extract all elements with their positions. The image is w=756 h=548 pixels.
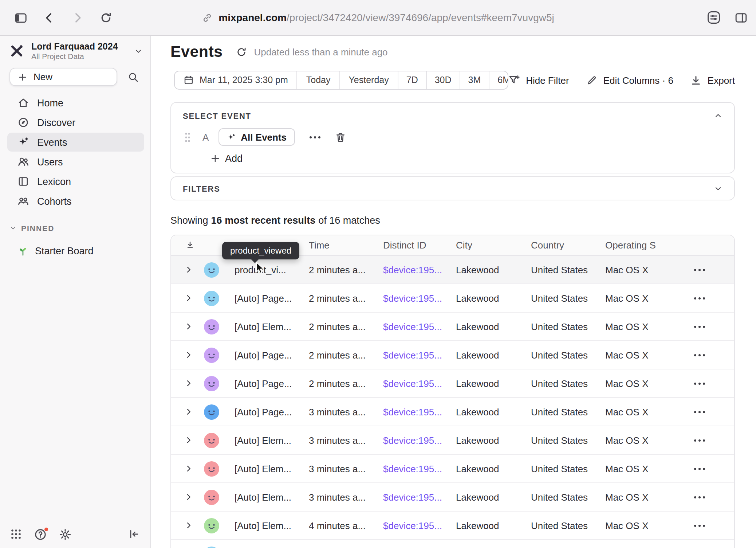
event-name[interactable]: [Auto] Page...	[235, 293, 309, 304]
table-row[interactable]: [Auto] Page... 2 minutes a... $device:19…	[171, 284, 734, 313]
forward-icon[interactable]	[71, 11, 84, 24]
apps-grid-icon[interactable]	[10, 528, 22, 540]
table-row[interactable]: [Auto] Elem... 2 minutes a... $device:19…	[171, 313, 734, 341]
table-row[interactable]: [Auto] Page... 3 minutes a... $device:19…	[171, 398, 734, 426]
distinct-id-link[interactable]: $device:195...	[383, 349, 456, 360]
range-30d[interactable]: 30D	[427, 71, 460, 89]
table-row[interactable]	[171, 540, 734, 548]
row-menu-button[interactable]	[693, 351, 706, 359]
table-row[interactable]: [Auto] Elem... 3 minutes a... $device:19…	[171, 483, 734, 512]
split-view-icon[interactable]	[734, 11, 747, 24]
download-icon	[691, 75, 702, 86]
search-button[interactable]	[124, 68, 143, 86]
browser-sidebar-toggle-icon[interactable]	[14, 11, 27, 24]
row-menu-button[interactable]	[693, 521, 706, 529]
chevron-down-icon[interactable]	[714, 184, 722, 193]
distinct-id-link[interactable]: $device:195...	[383, 264, 456, 275]
back-icon[interactable]	[42, 11, 55, 24]
expand-row-chevron-icon[interactable]	[184, 351, 196, 359]
row-menu-button[interactable]	[693, 294, 706, 302]
event-options-button[interactable]	[308, 133, 322, 141]
row-menu-button[interactable]	[693, 379, 706, 387]
row-menu-button[interactable]	[693, 408, 706, 416]
expand-row-chevron-icon[interactable]	[184, 294, 196, 302]
sidebar-item-lexicon[interactable]: Lexicon	[7, 172, 144, 191]
distinct-id-link[interactable]: $device:195...	[383, 321, 456, 332]
expand-row-chevron-icon[interactable]	[184, 493, 196, 501]
expand-row-chevron-icon[interactable]	[184, 265, 196, 274]
event-name[interactable]: [Auto] Elem...	[235, 321, 309, 332]
event-name[interactable]: [Auto] Elem...	[235, 435, 309, 446]
range-today[interactable]: Today	[298, 71, 340, 89]
event-country: United States	[531, 520, 605, 531]
event-selector-pill[interactable]: All Events	[218, 128, 295, 146]
row-menu-button[interactable]	[693, 266, 706, 274]
column-header-time[interactable]: Time	[309, 240, 383, 251]
refresh-icon[interactable]	[236, 46, 247, 57]
distinct-id-link[interactable]: $device:195...	[383, 406, 456, 417]
hide-filter-button[interactable]: Hide Filter	[508, 74, 569, 86]
table-row[interactable]: [Auto] Page... 2 minutes a... $device:19…	[171, 341, 734, 369]
row-menu-button[interactable]	[693, 436, 706, 444]
help-button[interactable]	[34, 528, 47, 540]
export-button[interactable]: Export	[691, 75, 735, 86]
pinned-section-header[interactable]: PINNED	[9, 224, 144, 232]
sidebar-item-cohorts[interactable]: Cohorts	[7, 192, 144, 211]
date-picker-button[interactable]: Mar 11, 2025 3:30 pm	[175, 71, 298, 89]
row-menu-button[interactable]	[693, 493, 706, 501]
table-row[interactable]: [Auto] Elem... 3 minutes a... $device:19…	[171, 426, 734, 455]
gear-icon[interactable]	[59, 528, 71, 540]
expand-row-chevron-icon[interactable]	[184, 521, 196, 530]
distinct-id-link[interactable]: $device:195...	[383, 492, 456, 502]
edit-columns-button[interactable]: Edit Columns · 6	[587, 75, 673, 86]
distinct-id-link[interactable]: $device:195...	[383, 463, 456, 474]
range-7d[interactable]: 7D	[398, 71, 427, 89]
range-yesterday[interactable]: Yesterday	[340, 71, 398, 89]
event-name[interactable]: [Auto] Elem...	[235, 520, 309, 531]
expand-row-chevron-icon[interactable]	[184, 436, 196, 445]
collapse-sidebar-icon[interactable]	[128, 528, 140, 540]
table-row[interactable]: [Auto] Elem... 3 minutes a... $device:19…	[171, 455, 734, 483]
event-name[interactable]: [Auto] Page...	[235, 406, 309, 417]
collapse-all-icon[interactable]	[184, 240, 196, 250]
new-button[interactable]: New	[9, 68, 117, 86]
add-event-button[interactable]: Add	[210, 153, 243, 164]
drag-handle-icon[interactable]	[184, 132, 191, 142]
column-header-distinct-id[interactable]: Distinct ID	[383, 240, 456, 251]
chevron-up-icon[interactable]	[714, 111, 722, 120]
sidebar-item-events[interactable]: Events	[7, 133, 144, 152]
sidebar-item-users[interactable]: Users	[7, 152, 144, 171]
expand-row-chevron-icon[interactable]	[184, 322, 196, 331]
project-switcher[interactable]: Lord Farquaad 2024 All Project Data	[9, 41, 143, 61]
reload-icon[interactable]	[99, 11, 112, 24]
event-name[interactable]: [Auto] Page...	[235, 349, 309, 360]
event-name[interactable]: product_vi...	[235, 264, 309, 275]
row-menu-button[interactable]	[693, 465, 706, 473]
expand-row-chevron-icon[interactable]	[184, 464, 196, 473]
distinct-id-link[interactable]: $device:195...	[383, 293, 456, 304]
column-header-city[interactable]: City	[456, 240, 531, 251]
column-header-country[interactable]: Country	[531, 240, 605, 251]
table-row[interactable]: [Auto] Elem... 4 minutes a... $device:19…	[171, 512, 734, 540]
range-3m[interactable]: 3M	[460, 71, 490, 89]
browser-settings-icon[interactable]	[707, 11, 720, 24]
table-row[interactable]: [Auto] Page... 2 minutes a... $device:19…	[171, 369, 734, 398]
address-bar[interactable]: mixpanel.com/project/3472420/view/397469…	[0, 12, 756, 23]
distinct-id-link[interactable]: $device:195...	[383, 520, 456, 531]
sidebar-item-discover[interactable]: Discover	[7, 113, 144, 132]
distinct-id-link[interactable]: $device:195...	[383, 378, 456, 389]
event-name[interactable]: [Auto] Elem...	[235, 492, 309, 502]
trash-icon[interactable]	[335, 132, 346, 142]
column-header-os[interactable]: Operating S	[605, 240, 687, 251]
sidebar-item-starter-board[interactable]: Starter Board	[7, 242, 144, 259]
expand-row-chevron-icon[interactable]	[184, 407, 196, 416]
expand-row-chevron-icon[interactable]	[184, 379, 196, 388]
event-time: 3 minutes a...	[309, 463, 383, 474]
event-name[interactable]: [Auto] Elem...	[235, 463, 309, 474]
row-menu-button[interactable]	[693, 322, 706, 330]
distinct-id-link[interactable]: $device:195...	[383, 435, 456, 446]
sidebar-item-home[interactable]: Home	[7, 93, 144, 112]
range-6m[interactable]: 6M	[489, 71, 508, 89]
event-avatar	[204, 432, 219, 448]
event-name[interactable]: [Auto] Page...	[235, 378, 309, 389]
